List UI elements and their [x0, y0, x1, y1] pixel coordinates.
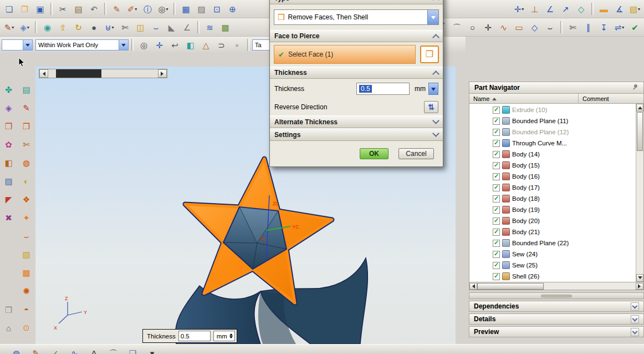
- scroll-right-button[interactable]: [636, 283, 643, 290]
- visualization-icon[interactable]: ◎: [156, 2, 171, 17]
- text-icon[interactable]: A: [86, 346, 101, 354]
- more-icon[interactable]: ▾: [145, 346, 160, 354]
- spline-icon[interactable]: ∿: [496, 20, 511, 35]
- column-header-name[interactable]: Name: [469, 95, 578, 102]
- styled-blend-icon[interactable]: ✦: [19, 210, 34, 225]
- hatch-icon[interactable]: ▧: [627, 2, 642, 17]
- window-cascade-icon[interactable]: ▨: [194, 2, 209, 17]
- checkbox-checked[interactable]: ✓: [493, 118, 500, 125]
- checkbox-checked[interactable]: ✓: [493, 251, 500, 258]
- ruled-surface-icon[interactable]: ❐: [1, 119, 16, 134]
- trim-body-icon[interactable]: ✄: [117, 20, 132, 35]
- datum-plane-icon[interactable]: ◈: [17, 20, 32, 35]
- curve-analysis-icon[interactable]: ∿: [67, 346, 82, 354]
- checkbox-checked[interactable]: ✓: [493, 273, 500, 280]
- checkbox-checked[interactable]: ✓: [493, 195, 500, 203]
- csys-icon[interactable]: ∠: [543, 2, 558, 17]
- expand-section-icon[interactable]: [432, 117, 439, 124]
- revolve-icon[interactable]: ↻: [71, 20, 86, 35]
- previous-selection-icon[interactable]: ↩: [167, 38, 182, 53]
- scroll-down-button[interactable]: [636, 274, 643, 282]
- sheet-to-solid-icon[interactable]: ▧: [19, 247, 34, 262]
- lasso-icon[interactable]: ⊃: [214, 38, 229, 53]
- checkbox-checked[interactable]: ✓: [493, 184, 500, 191]
- quilt-icon[interactable]: ▩: [19, 265, 34, 280]
- collapsed-panel-header[interactable]: Dependencies: [469, 301, 644, 312]
- rectangle-icon[interactable]: ▭: [512, 20, 527, 35]
- tree-item[interactable]: ✓ Extrude (10): [469, 104, 636, 115]
- measure-distance-icon[interactable]: ▬: [596, 2, 611, 17]
- combo-dropdown-button[interactable]: [23, 40, 32, 50]
- snap-point-icon[interactable]: ✛: [512, 2, 527, 17]
- fillet-icon[interactable]: ⌣: [543, 20, 558, 35]
- ok-button[interactable]: OK: [360, 148, 389, 159]
- patch-icon[interactable]: ▩: [218, 20, 233, 35]
- save-icon[interactable]: ▣: [33, 2, 48, 17]
- sheet-icon[interactable]: ❏: [125, 346, 140, 354]
- dialog-section-thickness[interactable]: Thickness: [270, 67, 443, 79]
- offset-curve-icon[interactable]: ∥: [581, 20, 596, 35]
- sketch-point-icon[interactable]: ✛: [481, 20, 495, 35]
- zoom-in-icon[interactable]: ⊕: [225, 2, 240, 17]
- hole-icon[interactable]: ●: [86, 20, 101, 35]
- scroll-up-button[interactable]: [636, 104, 643, 112]
- collapsed-panel-header[interactable]: Details: [469, 313, 644, 325]
- panel-splitter[interactable]: [469, 292, 644, 299]
- trimmed-sheet-icon[interactable]: ✄: [19, 137, 34, 152]
- splitter-handle[interactable]: [541, 295, 572, 297]
- thickness-spinner-button[interactable]: [428, 83, 438, 95]
- through-curves-icon[interactable]: ✤: [1, 82, 16, 97]
- tree-item[interactable]: ✓ Bounded Plane (11): [469, 115, 636, 127]
- paste-icon[interactable]: ▤: [71, 2, 86, 17]
- mirror-curve-icon[interactable]: ⇌: [612, 20, 627, 35]
- bridge-surface-icon[interactable]: ⌣: [19, 229, 34, 244]
- tree-item[interactable]: ✓ Sew (24): [469, 249, 636, 260]
- datum-csys-icon[interactable]: ⊥: [527, 2, 542, 17]
- finish-sketch-icon[interactable]: ✔: [627, 20, 642, 35]
- tree-item[interactable]: ✓ Body (16): [469, 171, 636, 182]
- project-curve-icon[interactable]: ↧: [596, 20, 611, 35]
- expand-panel-button[interactable]: [631, 302, 639, 311]
- solid-face-filter-icon[interactable]: ◧: [183, 38, 198, 53]
- tree-item[interactable]: ✓ Sew (25): [469, 260, 636, 271]
- checkbox-checked[interactable]: ✓: [493, 129, 500, 136]
- vector-icon[interactable]: ↗: [558, 2, 573, 17]
- quick-trim-icon[interactable]: ✄: [565, 20, 580, 35]
- checkbox-checked[interactable]: ✓: [493, 240, 500, 247]
- checkbox-checked[interactable]: ✓: [493, 206, 500, 214]
- column-header-comment[interactable]: Comment: [579, 95, 609, 102]
- chamfer-icon[interactable]: ◣: [164, 20, 179, 35]
- rectangle-select-icon[interactable]: ▫: [229, 38, 244, 53]
- n-sided-surface-icon[interactable]: ✿: [1, 137, 16, 152]
- view-cube-icon[interactable]: ❒: [1, 302, 16, 317]
- sketch-icon[interactable]: ✎: [2, 20, 17, 35]
- tree-item[interactable]: ✓ Through Curve M...: [469, 138, 636, 149]
- edge-blend-icon[interactable]: ⌣: [149, 20, 163, 35]
- offset-surface-icon[interactable]: ❒: [19, 119, 34, 134]
- expand-panel-button[interactable]: [631, 315, 639, 323]
- delete-face-icon[interactable]: ✖: [1, 210, 16, 225]
- snapshot-icon[interactable]: ⌂: [1, 321, 16, 336]
- collapse-section-icon[interactable]: [432, 34, 439, 41]
- polygon-icon[interactable]: ◇: [527, 20, 542, 35]
- measure-angle-icon[interactable]: ∡: [612, 2, 627, 17]
- arc-icon[interactable]: ⌒: [449, 20, 464, 35]
- law-extension-icon[interactable]: ◤: [1, 192, 16, 207]
- shell-icon[interactable]: ◫: [133, 20, 148, 35]
- part-navigator-title-bar[interactable]: Part Navigator: [469, 82, 644, 94]
- facet-filter-icon[interactable]: △: [198, 38, 213, 53]
- window-layout-icon[interactable]: ▦: [178, 2, 193, 17]
- tree-item[interactable]: ✓ Body (15): [469, 160, 636, 171]
- checkbox-checked[interactable]: ✓: [493, 229, 500, 236]
- extrude-icon[interactable]: ⇧: [55, 20, 70, 35]
- cylinder-icon[interactable]: ◉: [40, 20, 55, 35]
- tree-item[interactable]: ✓ Body (14): [469, 149, 636, 160]
- type-filter-combo[interactable]: [2, 39, 33, 50]
- tree-horizontal-scrollbar[interactable]: [469, 282, 644, 290]
- face-blend-icon[interactable]: ◐: [19, 174, 34, 189]
- plane-icon[interactable]: ◇: [574, 2, 589, 17]
- expand-panel-button[interactable]: [631, 328, 639, 336]
- tree-item[interactable]: ✓ Body (20): [469, 215, 636, 226]
- tree-item[interactable]: ✓ Bounded Plane (12): [469, 127, 636, 138]
- patch-opening-icon[interactable]: ⊙: [19, 320, 34, 335]
